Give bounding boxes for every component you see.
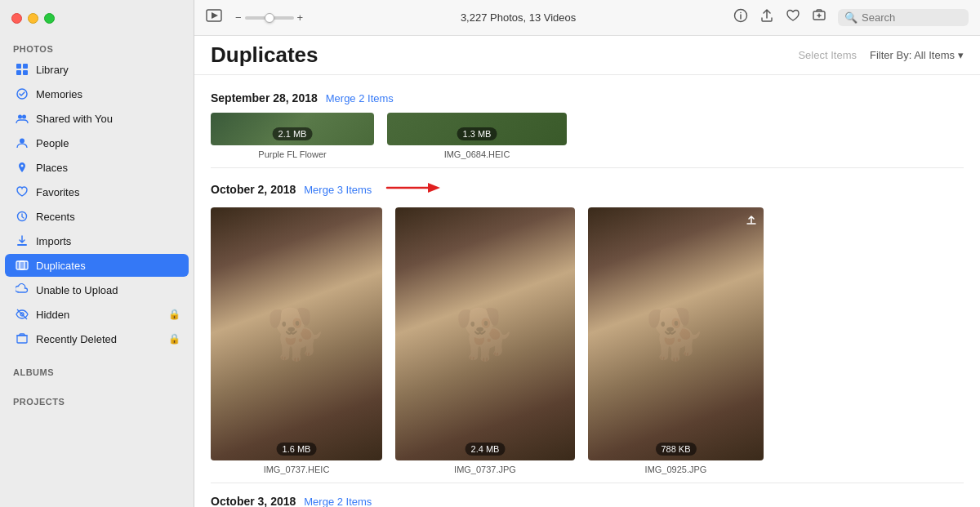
- section-sep28: September 28, 2018 Merge 2 Items: [211, 91, 964, 105]
- zoom-out-button[interactable]: −: [235, 11, 242, 24]
- photo-size-badge: 2.1 MB: [273, 127, 313, 140]
- zoom-thumb: [265, 13, 274, 23]
- sidebar-item-shared-with-you[interactable]: Shared with You: [5, 107, 189, 130]
- main-content: − + 3,227 Photos, 13 Videos 🔍: [194, 0, 980, 507]
- upload-to-icloud-icon: [744, 212, 759, 230]
- info-icon[interactable]: [733, 8, 748, 27]
- sidebar-item-library[interactable]: Library: [5, 58, 189, 81]
- section-sep28-photos: 2.1 MB Purple FL Flower 1.3 MB IMG_0684.…: [211, 113, 964, 159]
- sidebar-item-hidden[interactable]: Hidden 🔒: [5, 303, 189, 326]
- duplicates-icon: [15, 258, 29, 273]
- slideshow-icon[interactable]: [206, 9, 222, 26]
- filter-chevron-icon: ▾: [958, 49, 964, 61]
- arrow-annotation: [383, 180, 440, 199]
- people-icon: [15, 136, 29, 150]
- photo-count: 3,227 Photos, 13 Videos: [311, 11, 725, 24]
- sidebar-item-memories[interactable]: Memories: [5, 82, 189, 105]
- sidebar-item-recents[interactable]: Recents: [5, 205, 189, 228]
- svg-point-6: [22, 115, 26, 119]
- separator-2: [211, 483, 964, 483]
- minimize-button[interactable]: [28, 13, 38, 24]
- hidden-label: Hidden: [36, 309, 162, 321]
- sidebar-section-photos: Photos: [0, 36, 194, 57]
- separator-1: [211, 167, 964, 168]
- section-sep28-merge-button[interactable]: Merge 2 Items: [326, 92, 394, 105]
- recents-icon: [15, 209, 29, 224]
- add-to-album-icon[interactable]: [812, 8, 826, 27]
- sidebar-item-unable-to-upload[interactable]: Unable to Upload: [5, 278, 189, 301]
- toolbar: − + 3,227 Photos, 13 Videos 🔍: [194, 0, 980, 36]
- imports-label: Imports: [36, 235, 180, 247]
- favorites-label: Favorites: [36, 186, 180, 198]
- sidebar-item-duplicates[interactable]: Duplicates: [5, 254, 189, 277]
- library-icon: [15, 62, 29, 77]
- zoom-in-button[interactable]: +: [297, 11, 304, 24]
- fullscreen-button[interactable]: [44, 13, 55, 24]
- recents-label: Recents: [36, 211, 180, 223]
- photo-size-badge-0737jpg: 2.4 MB: [466, 443, 506, 456]
- memories-label: Memories: [36, 88, 180, 100]
- svg-rect-2: [16, 70, 21, 75]
- svg-point-5: [18, 115, 22, 119]
- photo-size-badge-0925: 788 KB: [655, 443, 696, 456]
- photo-size-badge-0737heic: 1.6 MB: [277, 443, 317, 456]
- unable-upload-icon: [15, 282, 29, 297]
- recently-deleted-label: Recently Deleted: [36, 333, 162, 345]
- filter-dropdown[interactable]: Filter By: All Items ▾: [870, 49, 964, 61]
- photo-card-0737-heic[interactable]: 🐕 1.6 MB IMG_0737.HEIC: [211, 207, 382, 474]
- sidebar-item-recently-deleted[interactable]: Recently Deleted 🔒: [5, 327, 189, 350]
- photo-card-0737-jpg[interactable]: 🐕 2.4 MB IMG_0737.JPG: [395, 207, 575, 474]
- section-oct3: October 3, 2018 Merge 2 Items: [211, 495, 964, 507]
- svg-marker-17: [212, 12, 218, 19]
- traffic-lights: [0, 0, 194, 36]
- sidebar-item-people[interactable]: People: [5, 131, 189, 154]
- photo-card-0684[interactable]: 1.3 MB IMG_0684.HEIC: [387, 113, 567, 159]
- select-items-button[interactable]: Select Items: [798, 49, 857, 61]
- favorite-icon[interactable]: [786, 8, 800, 27]
- svg-rect-9: [17, 244, 27, 246]
- zoom-slider[interactable]: [245, 16, 294, 20]
- places-icon: [15, 160, 29, 175]
- close-button[interactable]: [11, 13, 22, 24]
- section-sep28-date: September 28, 2018: [211, 91, 318, 105]
- sidebar-section-albums: Albums: [0, 359, 194, 380]
- photo-card-purple-fl[interactable]: 2.1 MB Purple FL Flower: [211, 113, 374, 159]
- section-oct2-merge-button[interactable]: Merge 3 Items: [304, 184, 372, 196]
- people-label: People: [36, 137, 180, 149]
- search-input[interactable]: [862, 11, 962, 24]
- photo-filename: Purple FL Flower: [258, 149, 326, 159]
- photo-filename-0737heic: IMG_0737.HEIC: [264, 465, 330, 474]
- photo-card-0925-jpg[interactable]: 🐕 788 KB IMG_0925.JPG: [588, 207, 764, 474]
- svg-marker-24: [428, 183, 440, 193]
- share-icon[interactable]: [760, 8, 774, 27]
- photo-filename-0737jpg: IMG_0737.JPG: [454, 465, 516, 474]
- filter-label: Filter By: All Items: [870, 49, 955, 61]
- sidebar-item-favorites[interactable]: Favorites: [5, 180, 189, 203]
- svg-rect-3: [23, 70, 28, 75]
- imports-icon: [15, 233, 29, 248]
- content-area: September 28, 2018 Merge 2 Items 2.1 MB …: [194, 75, 980, 507]
- photo-filename-0925: IMG_0925.JPG: [645, 465, 707, 474]
- sidebar-section-projects: Projects: [0, 389, 194, 410]
- section-oct2-photos: 🐕 1.6 MB IMG_0737.HEIC 🐕 2.4 MB IMG_0737…: [211, 207, 964, 474]
- shared-icon: [15, 111, 29, 126]
- recently-deleted-icon: [15, 331, 29, 346]
- hidden-icon: [15, 307, 29, 322]
- memories-icon: [15, 87, 29, 101]
- sidebar-item-imports[interactable]: Imports: [5, 229, 189, 252]
- toolbar-actions: 🔍: [733, 8, 969, 27]
- unable-to-upload-label: Unable to Upload: [36, 284, 180, 296]
- search-box: 🔍: [838, 9, 969, 26]
- svg-rect-11: [20, 261, 28, 269]
- page-title: Duplicates: [211, 42, 318, 68]
- places-label: Places: [36, 162, 180, 174]
- section-oct2: October 2, 2018 Merge 3 Items: [211, 180, 964, 199]
- search-icon: 🔍: [844, 11, 858, 24]
- photo-filename: IMG_0684.HEIC: [444, 149, 510, 159]
- sidebar-item-places[interactable]: Places: [5, 156, 189, 179]
- svg-rect-14: [17, 336, 27, 343]
- svg-point-20: [740, 12, 742, 14]
- zoom-control: − +: [235, 11, 303, 24]
- section-oct3-merge-button[interactable]: Merge 2 Items: [304, 496, 372, 508]
- shared-with-you-label: Shared with You: [36, 113, 180, 125]
